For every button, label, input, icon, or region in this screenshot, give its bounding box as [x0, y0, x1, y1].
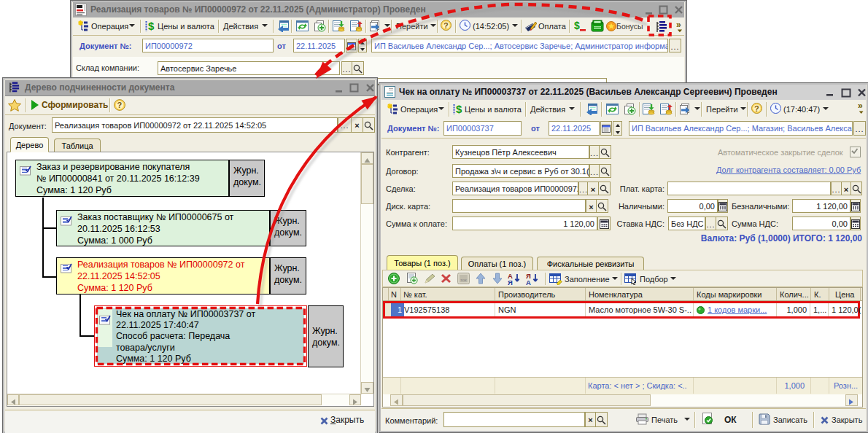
svg-text:ток: ток	[460, 278, 467, 282]
svg-text:А: А	[526, 278, 531, 286]
svg-text:?: ?	[443, 21, 449, 30]
svg-text:?: ?	[754, 104, 759, 113]
svg-text:$: $	[574, 20, 580, 31]
svg-text:$: $	[148, 20, 155, 32]
svg-text:$: $	[456, 103, 462, 115]
svg-text:?: ?	[117, 101, 122, 109]
svg-text:»: »	[676, 20, 681, 30]
svg-text:»: »	[858, 101, 863, 111]
svg-text:Я: Я	[508, 278, 513, 286]
